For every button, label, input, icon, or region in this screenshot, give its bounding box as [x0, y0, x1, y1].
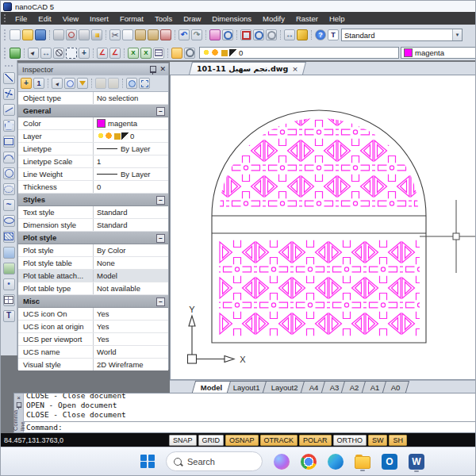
snap-tracking-icon[interactable] — [79, 48, 90, 59]
table-edit-icon[interactable] — [153, 48, 164, 59]
selection-rectangle-icon[interactable] — [66, 48, 77, 59]
property-row[interactable]: Dimension style Standard — [18, 219, 168, 232]
copy-icon[interactable] — [122, 29, 133, 40]
line-tool-icon[interactable] — [3, 72, 15, 84]
polygon-tool-icon[interactable] — [3, 120, 15, 132]
property-row[interactable]: Text style Standard — [18, 206, 168, 219]
objects-count-icon[interactable] — [33, 78, 44, 89]
zoom-out-icon[interactable] — [266, 29, 277, 40]
property-row[interactable]: Styles — [18, 194, 168, 206]
chrome-icon[interactable] — [301, 454, 317, 470]
plot-settings-icon[interactable] — [91, 29, 102, 40]
property-row[interactable]: Object type No selection — [18, 92, 168, 105]
windows-start-icon[interactable] — [140, 455, 155, 469]
menu-item[interactable]: File — [10, 14, 33, 23]
menu-item[interactable]: Insert — [84, 14, 114, 23]
select-cycle-icon[interactable] — [64, 78, 75, 89]
section-collapse-button[interactable] — [156, 196, 165, 205]
open-document-icon[interactable] — [22, 29, 33, 40]
pin-icon[interactable] — [150, 66, 156, 73]
notes-active-icon[interactable] — [171, 48, 182, 59]
plot-icon[interactable] — [53, 29, 64, 40]
save-icon[interactable] — [35, 29, 46, 40]
print-preview-icon[interactable] — [66, 29, 77, 40]
redo-icon[interactable] — [191, 29, 202, 40]
property-row[interactable]: Plot style table None — [18, 257, 168, 270]
layout-tab[interactable]: Model — [192, 381, 232, 393]
status-toggle-button[interactable]: OTRACK — [260, 435, 298, 446]
create-selection-icon[interactable] — [21, 78, 32, 89]
help-icon[interactable] — [315, 29, 326, 40]
image-tool-icon[interactable] — [3, 263, 15, 274]
tab-close-icon[interactable]: × — [292, 65, 298, 73]
excel-export-icon[interactable] — [140, 48, 152, 59]
taskbar-search[interactable]: Search — [166, 451, 263, 471]
circle-tool-icon[interactable] — [3, 167, 15, 179]
property-row[interactable]: Plot style — [18, 232, 168, 244]
menu-item[interactable]: View — [57, 14, 84, 23]
menu-item[interactable]: Raster — [290, 14, 324, 23]
menu-item[interactable]: Edit — [33, 14, 56, 23]
command-output[interactable]: CLOSE - Close documentOPEN - Open docume… — [24, 393, 476, 432]
selection-settings-icon[interactable] — [139, 78, 150, 89]
hatch-tool-icon[interactable] — [3, 231, 15, 243]
undo-icon[interactable] — [178, 29, 190, 40]
text-style-manager-icon[interactable] — [328, 29, 339, 40]
menu-item[interactable]: Modify — [257, 14, 290, 23]
publish-icon[interactable] — [79, 29, 90, 40]
compass-icon[interactable] — [53, 48, 64, 59]
layout-tab[interactable]: A0 — [382, 381, 409, 393]
property-row[interactable]: Plot table attach... Model — [18, 270, 168, 282]
construction-line-tool-icon[interactable] — [3, 104, 15, 116]
color-combo[interactable]: magenta — [401, 47, 476, 59]
property-row[interactable]: UCS name World — [18, 346, 168, 359]
command-input[interactable]: Command: — [24, 421, 476, 432]
property-row[interactable]: Plot style By Color — [18, 244, 168, 257]
outlook-icon[interactable]: O — [382, 454, 397, 470]
property-row[interactable]: Misc — [18, 295, 168, 308]
menu-item[interactable]: Help — [324, 14, 351, 23]
pin-icon[interactable] — [16, 402, 21, 408]
property-row[interactable]: Visual style 2D Wireframe — [18, 359, 168, 370]
quick-measure-icon[interactable] — [40, 48, 52, 59]
property-row[interactable]: Line Weight By Layer — [18, 168, 168, 181]
close-icon[interactable]: ✕ — [159, 66, 166, 73]
select-objects-icon[interactable] — [52, 78, 63, 89]
file-explorer-icon[interactable] — [355, 456, 370, 469]
zoom-in-icon[interactable] — [253, 29, 264, 40]
document-tab[interactable]: 101-11 نجم سهيل.dwg × — [189, 62, 306, 75]
status-toggle-button[interactable]: SH — [389, 435, 407, 446]
text-style-combo[interactable]: Standard ▼ — [341, 29, 463, 41]
edge-icon[interactable] — [328, 454, 344, 470]
zoom-dynamic-icon[interactable] — [222, 29, 233, 40]
section-collapse-button[interactable] — [156, 234, 165, 243]
search-zoom-icon[interactable] — [184, 48, 195, 59]
drawing-canvas[interactable]: Y X — [170, 75, 476, 380]
excel-import-icon[interactable] — [128, 48, 139, 59]
section-collapse-button[interactable] — [156, 298, 165, 306]
status-toggle-button[interactable]: OSNAP — [225, 435, 259, 446]
word-icon[interactable]: W — [409, 454, 424, 470]
status-toggle-button[interactable]: SW — [368, 435, 388, 446]
rectangle-tool-icon[interactable] — [3, 136, 15, 148]
point-tool-icon[interactable] — [3, 278, 15, 290]
fit-view-icon[interactable] — [284, 29, 295, 40]
spline-tool-icon[interactable] — [3, 199, 15, 211]
edit-pencil-icon[interactable] — [297, 29, 308, 40]
status-toggle-button[interactable]: ORTHO — [333, 435, 367, 446]
property-row[interactable]: UCS icon at origin Yes — [18, 321, 168, 333]
ellipse-tool-icon[interactable] — [3, 215, 15, 227]
clean-screen-icon[interactable] — [10, 48, 21, 59]
status-toggle-button[interactable]: GRID — [198, 435, 225, 446]
property-row[interactable]: Layer 0 — [18, 130, 168, 143]
select-cursor-icon[interactable] — [28, 48, 39, 59]
angle-tool-icon[interactable] — [97, 48, 108, 59]
property-row[interactable]: General — [18, 105, 168, 117]
property-row[interactable]: Thickness 0 — [18, 181, 168, 194]
polyline-tool-icon[interactable] — [3, 88, 15, 100]
property-row[interactable]: Color magenta — [18, 117, 168, 130]
chevron-down-icon[interactable]: ▼ — [452, 29, 462, 40]
property-row[interactable]: UCS per viewport Yes — [18, 333, 168, 346]
close-icon[interactable]: × — [17, 394, 21, 401]
property-row[interactable]: UCS icon On Yes — [18, 308, 168, 321]
